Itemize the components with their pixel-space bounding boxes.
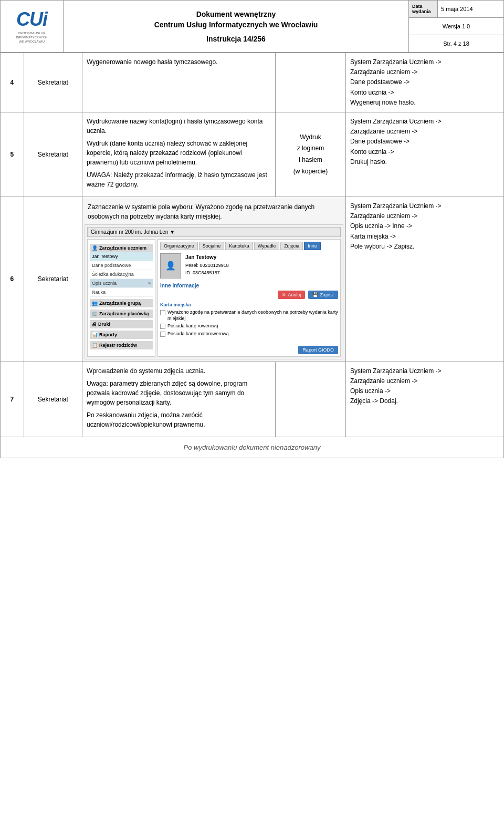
sc-sidebar-group: 📊 Raporty bbox=[90, 331, 153, 339]
row-dept: Sekretariat bbox=[24, 53, 82, 112]
sc-avatar: 👤 bbox=[160, 253, 181, 278]
sc-sidebar-group: 👤 Zarządzanie uczniem bbox=[90, 244, 153, 252]
sc-checkbox[interactable] bbox=[160, 324, 165, 329]
sc-checkbox-item: Posiada kartę rowerową bbox=[160, 323, 338, 329]
sc-main-content: Organizacyjne Socjalne Kartoteka Wypadki… bbox=[158, 239, 341, 357]
sc-sidebar: 👤 Zarządzanie uczniem Jan Testowy Dane p… bbox=[87, 239, 155, 357]
date-value: 5 maja 2014 bbox=[438, 1, 476, 17]
sc-tab-kartoteka[interactable]: Kartoteka bbox=[225, 242, 253, 250]
row-print bbox=[276, 362, 346, 437]
sc-checkbox[interactable] bbox=[160, 332, 165, 337]
sc-student-id: ID: 03C6455157 bbox=[185, 269, 229, 276]
row-system: System Zarządzania Uczniem -> Zarządzani… bbox=[345, 197, 503, 362]
sc-sidebar-item[interactable]: Nauka bbox=[90, 288, 153, 297]
sc-checkbox-item: Posiada kartę motorowerową bbox=[160, 331, 338, 337]
doc-type: Dokument wewnętrzny Centrum Usług Inform… bbox=[154, 9, 318, 30]
document-footer: Po wydrukowaniu dokument nienadzorowany bbox=[0, 437, 504, 458]
row-number: 5 bbox=[1, 112, 24, 197]
sc-checkbox-item: Wyrażono zgodę na przetwarzanie danych o… bbox=[160, 310, 338, 322]
row-action: Wydrukowanie nazwy konta(login) i hasła … bbox=[82, 112, 276, 197]
logo-area: CUi CENTRUM USŁUG INFORMATYCZNYCH WE WRO… bbox=[1, 1, 64, 52]
sc-tabs: Organizacyjne Socjalne Kartoteka Wypadki… bbox=[160, 242, 338, 250]
table-row: 7 Sekretariat Wprowadzenie do systemu zd… bbox=[1, 362, 504, 437]
sc-student-details: Jan Testowy Pesel: 00210129918 ID: 03C64… bbox=[185, 253, 229, 277]
sc-sidebar-group: 👥 Zarządzanie grupą bbox=[90, 299, 153, 307]
sc-sidebar-group: 📋 Rejestr rodziców bbox=[90, 341, 153, 349]
screenshot-area: Zaznaczenie w systemie pola wyboru: Wyra… bbox=[82, 197, 346, 362]
row-number: 6 bbox=[1, 197, 24, 362]
document-meta: Data wydania 5 maja 2014 Wersja 1.0 Str.… bbox=[409, 1, 503, 52]
sc-giodo-button[interactable]: Raport GIODO bbox=[298, 346, 338, 354]
version-value: Wersja 1.0 bbox=[409, 18, 503, 35]
row-dept: Sekretariat bbox=[24, 362, 82, 437]
row-system: System Zarządzania Uczniem -> Zarządzani… bbox=[345, 362, 503, 437]
table-row: 6 Sekretariat Zaznaczenie w systemie pol… bbox=[1, 197, 504, 362]
row-number: 4 bbox=[1, 53, 24, 112]
document-header: CUi CENTRUM USŁUG INFORMATYCZNYCH WE WRO… bbox=[0, 0, 504, 53]
instruction-number: Instrukcja 14/256 bbox=[206, 35, 266, 43]
sc-cancel-button[interactable]: ✕ Anuluj bbox=[278, 291, 305, 299]
sc-student-pesel: Pesel: 00210129918 bbox=[185, 262, 229, 269]
sc-sidebar-item-opis[interactable]: Opis ucznia » bbox=[90, 279, 153, 288]
sc-sidebar-item[interactable]: Dane podstawowe bbox=[90, 261, 153, 270]
row-system: System Zarządzania Uczniem -> Zarządzani… bbox=[345, 112, 503, 197]
row-print bbox=[276, 53, 346, 112]
sc-section-karta: Karta miejska bbox=[160, 302, 338, 307]
logo-text: CUi bbox=[16, 8, 47, 30]
table-row: 4 Sekretariat Wygenerowanie nowego hasła… bbox=[1, 53, 504, 112]
date-label: Data wydania bbox=[409, 1, 438, 17]
sc-student-name: Jan Testowy bbox=[185, 253, 229, 262]
table-row: 5 Sekretariat Wydrukowanie nazwy konta(l… bbox=[1, 112, 504, 197]
sc-tab-zdjecia[interactable]: Zdjęcia bbox=[280, 242, 303, 250]
sc-tab-inne[interactable]: Inne bbox=[304, 242, 321, 250]
logo-subtitle: CENTRUM USŁUG INFORMATYCZNYCH WE WROCŁAW… bbox=[16, 32, 48, 44]
row-dept: Sekretariat bbox=[24, 112, 82, 197]
sc-nav-bar: Gimnazjum nr 200 im. Johna Len ▼ bbox=[87, 227, 341, 237]
sc-nav-text: Gimnazjum nr 200 im. Johna Len ▼ bbox=[91, 229, 175, 235]
main-content-table: 4 Sekretariat Wygenerowanie nowego hasła… bbox=[0, 53, 504, 437]
date-row: Data wydania 5 maja 2014 bbox=[409, 1, 503, 18]
sc-sidebar-group: 🏢 Zarządzanie placówką bbox=[90, 310, 153, 318]
sc-sidebar-item[interactable]: Jan Testowy bbox=[90, 252, 153, 261]
system-screenshot: Gimnazjum nr 200 im. Johna Len ▼ 👤 Zarzą… bbox=[85, 224, 343, 359]
sc-tab-wypadki[interactable]: Wypadki bbox=[254, 242, 279, 250]
version-row: Wersja 1.0 bbox=[409, 18, 503, 35]
row-action: Wygenerowanie nowego hasła tymczasowego. bbox=[82, 53, 276, 112]
row-action: Wprowadzenie do systemu zdjęcia ucznia. … bbox=[82, 362, 276, 437]
sc-section-inne: Inne informacje bbox=[160, 283, 338, 288]
sc-save-button[interactable]: 💾 Zapisz bbox=[308, 291, 338, 299]
sc-checkbox[interactable] bbox=[160, 310, 165, 315]
sc-tab-organizacyjne[interactable]: Organizacyjne bbox=[160, 242, 198, 250]
row-number: 7 bbox=[1, 362, 24, 437]
footer-text: Po wydrukowaniu dokument nienadzorowany bbox=[184, 443, 321, 451]
sc-student-info: 👤 Jan Testowy Pesel: 00210129918 ID: 03C… bbox=[160, 253, 338, 278]
document-title-area: Dokument wewnętrzny Centrum Usług Inform… bbox=[64, 1, 409, 52]
page-value: Str. 4 z 18 bbox=[409, 35, 503, 52]
row-system: System Zarządzania Uczniem -> Zarządzani… bbox=[345, 53, 503, 112]
row-dept: Sekretariat bbox=[24, 197, 82, 362]
page-row: Str. 4 z 18 bbox=[409, 35, 503, 52]
sc-tab-socjalne[interactable]: Socjalne bbox=[199, 242, 225, 250]
row-print: Wydruk z loginem i hasłem (w kopercie) bbox=[276, 112, 346, 197]
sc-sidebar-item[interactable]: Ścieżka edukacyjna bbox=[90, 270, 153, 279]
sc-sidebar-group: 🖨 Druki bbox=[90, 320, 153, 328]
